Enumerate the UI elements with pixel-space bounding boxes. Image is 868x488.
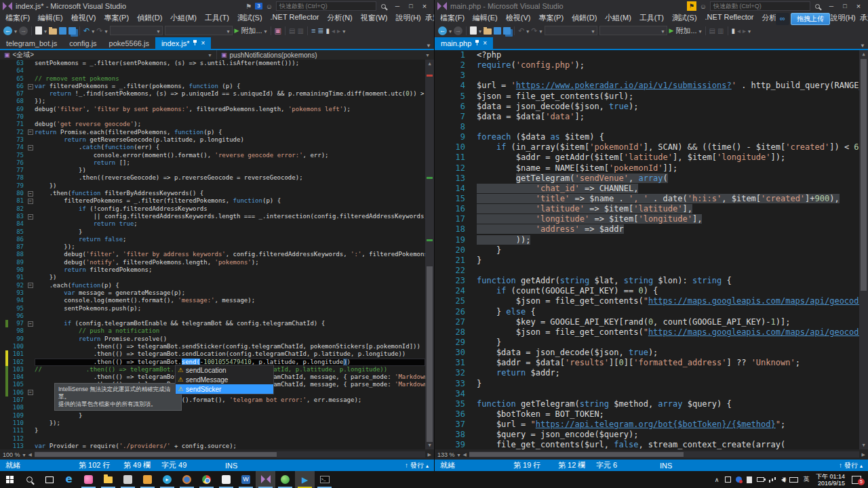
indent-button[interactable]: ≡ bbox=[311, 26, 315, 35]
minimize-button[interactable] bbox=[825, 1, 838, 12]
horizontal-scroll-thumb[interactable] bbox=[469, 452, 684, 457]
close-button[interactable] bbox=[852, 1, 865, 12]
code-line-8[interactable]: 8 bbox=[435, 122, 859, 132]
tab-config.js[interactable]: config.js bbox=[63, 37, 102, 49]
undo-caret-icon[interactable] bbox=[526, 26, 529, 35]
menu-item[interactable]: 檔案(F) bbox=[436, 13, 469, 23]
outdent-button[interactable]: ≣ bbox=[317, 26, 323, 35]
zoom-caret-icon[interactable] bbox=[458, 451, 460, 458]
tab-overflow-icon[interactable] bbox=[426, 43, 434, 49]
code-line-96[interactable]: 96 bbox=[0, 312, 425, 320]
code-line-101[interactable]: 101 .then(() => telegramBot.sendLocation… bbox=[0, 350, 425, 358]
menu-item[interactable]: 視窗(W) bbox=[357, 13, 392, 23]
minimize-button[interactable] bbox=[391, 1, 404, 12]
undo-button[interactable] bbox=[518, 26, 524, 35]
menu-item[interactable]: .NET Reflector bbox=[701, 13, 758, 23]
collapse-icon[interactable]: − bbox=[28, 390, 33, 395]
code-line-27[interactable]: 27 $key = GOOGLE_API_KEY[rand(0, count(G… bbox=[435, 317, 859, 327]
code-line-67[interactable]: 67 return !_.find(sentPokemons, (s) => p… bbox=[0, 90, 425, 98]
hscroll-left-icon[interactable]: ◀ bbox=[463, 452, 467, 458]
fold-margin[interactable]: − bbox=[26, 144, 35, 151]
fold-margin[interactable]: − bbox=[26, 197, 35, 205]
code-line-79[interactable]: 79 }) bbox=[0, 182, 425, 190]
fold-margin[interactable]: − bbox=[26, 213, 35, 220]
menu-item[interactable]: 偵錯(D) bbox=[568, 13, 601, 23]
taskbar-start[interactable] bbox=[0, 471, 20, 488]
code-line-92[interactable]: 92− .each(function(p) { bbox=[0, 282, 425, 289]
code-line-30[interactable]: 30 $data = json_decode($json, true); bbox=[435, 348, 859, 358]
taskbar-visual-studio[interactable] bbox=[256, 471, 275, 488]
quick-launch-input[interactable]: 快速啟動 (Ctrl+Q) bbox=[710, 1, 810, 11]
breakpoint-icon[interactable]: ▣ bbox=[275, 26, 281, 35]
code-line-80[interactable]: 80− .then(function filterByAddressKeywor… bbox=[0, 190, 425, 197]
code-line-14[interactable]: 14 'chat_id' => CHANNEL, bbox=[435, 184, 859, 194]
code-line-109[interactable]: 109 } bbox=[0, 412, 425, 420]
taskbar-green-globe[interactable] bbox=[275, 471, 295, 488]
redo-caret-icon[interactable] bbox=[104, 26, 107, 35]
taskbar-blue-office-app[interactable] bbox=[236, 471, 256, 488]
vertical-scroll-thumb[interactable] bbox=[861, 59, 867, 291]
toolbar-overflow-icon[interactable] bbox=[748, 26, 751, 35]
taskbar-firefox[interactable] bbox=[177, 471, 197, 488]
code-line-63[interactable]: 63sentPokemons = _.filter(sentPokemons, … bbox=[0, 60, 425, 67]
collapse-icon[interactable]: − bbox=[28, 145, 33, 150]
vertical-scroll-thumb[interactable] bbox=[427, 266, 433, 442]
code-line-72[interactable]: 72−return Promise.each(filteredPokemons,… bbox=[0, 129, 425, 136]
code-line-10[interactable]: 10 if (in_array($item['pokemonId'], SCAN… bbox=[435, 142, 859, 152]
zoom-caret-icon[interactable] bbox=[23, 451, 26, 458]
toolbar-combo-config[interactable] bbox=[110, 26, 163, 35]
code-line-31[interactable]: 31 $addr = $data['results'][0]['formatte… bbox=[435, 358, 859, 368]
menu-item[interactable]: 說明(H) bbox=[392, 13, 425, 23]
save-all-button[interactable] bbox=[68, 27, 76, 35]
maximize-button[interactable] bbox=[404, 1, 418, 12]
menu-item[interactable]: 偵錯(D) bbox=[133, 13, 166, 23]
taskbar-white-app[interactable] bbox=[216, 471, 236, 488]
navigate-forward-button[interactable]: → bbox=[454, 26, 462, 35]
code-line-89[interactable]: 89 debug('notify', filteredPokemons.leng… bbox=[0, 259, 425, 266]
comment-button[interactable]: ▤ bbox=[709, 27, 715, 35]
code-line-110[interactable]: 110 }); bbox=[0, 420, 425, 427]
code-line-26[interactable]: 26 } else { bbox=[435, 307, 859, 317]
code-line-39[interactable]: 39 file_get_contents($url, false, stream… bbox=[435, 440, 859, 449]
toolbar-combo-platform[interactable] bbox=[165, 26, 233, 35]
zoom-level-select[interactable]: 133 % bbox=[437, 451, 455, 458]
tab-overflow-icon[interactable] bbox=[860, 43, 868, 49]
code-line-35[interactable]: 35function getTelegram(string $method, a… bbox=[435, 399, 859, 409]
code-line-88[interactable]: 88 debug('filter', 'filter by address ke… bbox=[0, 251, 425, 258]
code-line-84[interactable]: 84 return true; bbox=[0, 220, 425, 228]
tray-ime-indicator[interactable]: 英 bbox=[801, 475, 812, 484]
comment-button[interactable]: ▤ bbox=[289, 27, 295, 35]
taskbar-edge[interactable] bbox=[59, 471, 79, 488]
code-line-13[interactable]: 13 getTelegram('sendVenue', array( bbox=[435, 174, 859, 184]
user-name[interactable]: 承遠 余 bbox=[860, 13, 868, 23]
save-button[interactable] bbox=[494, 27, 501, 35]
taskbar-pink-app[interactable] bbox=[79, 471, 98, 488]
save-all-button[interactable] bbox=[503, 27, 511, 35]
tab-index.js*[interactable]: index.js* bbox=[155, 37, 211, 49]
uncomment-button[interactable]: ▥ bbox=[717, 27, 724, 35]
fold-margin[interactable]: − bbox=[26, 83, 35, 90]
hscroll-left-icon[interactable]: ◀ bbox=[28, 452, 32, 458]
redo-button[interactable] bbox=[531, 26, 537, 35]
taskbar-telegram[interactable] bbox=[157, 471, 177, 488]
code-line-82[interactable]: 82 if (!config.filteredAddressKeywords bbox=[0, 205, 425, 213]
code-line-73[interactable]: 73 return getReverseGeocode(p.latitude, … bbox=[0, 136, 425, 144]
code-line-76[interactable]: 76 return []; bbox=[0, 159, 425, 167]
close-tab-icon[interactable] bbox=[483, 39, 487, 47]
taskbar-file-explorer[interactable] bbox=[98, 471, 118, 488]
fold-margin[interactable]: − bbox=[26, 389, 35, 396]
code-line-34[interactable]: 34 bbox=[435, 389, 859, 399]
code-line-28[interactable]: 28 $json = file_get_contents("https://ma… bbox=[435, 327, 859, 338]
code-line-69[interactable]: 69debug('filter', 'filter by sent pokemo… bbox=[0, 106, 425, 113]
open-file-button[interactable] bbox=[49, 28, 57, 35]
redo-caret-icon[interactable] bbox=[539, 26, 542, 35]
feedback-icon[interactable] bbox=[700, 3, 707, 10]
pin-icon[interactable] bbox=[193, 40, 197, 46]
code-line-81[interactable]: 81− filteredPokemons = _.filter(filtered… bbox=[0, 197, 425, 205]
code-line-17[interactable]: 17 'longitude' => $item['longitude'], bbox=[435, 214, 859, 224]
hscroll-right-icon[interactable]: ▶ bbox=[428, 452, 431, 458]
menu-item[interactable]: 專案(P) bbox=[534, 13, 568, 23]
code-line-95[interactable]: 95 sentPokemons.push(p); bbox=[0, 305, 425, 312]
tray-volume-icon[interactable] bbox=[781, 477, 785, 483]
taskbar-task-view[interactable] bbox=[39, 471, 59, 488]
